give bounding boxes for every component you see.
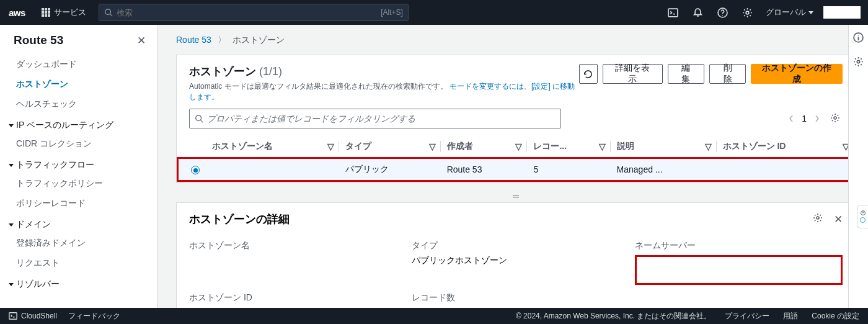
table-row[interactable]: パブリック Route 53 5 Managed ... <box>178 158 854 181</box>
view-button[interactable]: 詳細を表示 <box>603 64 663 84</box>
col-type[interactable]: タイプ▽ <box>339 136 441 158</box>
dock-info-icon[interactable] <box>853 32 864 45</box>
cell-creator: Route 53 <box>441 158 528 181</box>
svg-point-0 <box>105 9 111 15</box>
privacy-link[interactable]: プライバシー <box>725 311 769 322</box>
cloudshell-icon <box>9 312 17 320</box>
svg-rect-16 <box>9 313 17 320</box>
cell-desc: Managed ... <box>611 158 717 181</box>
page-number: 1 <box>802 114 807 124</box>
help-icon[interactable] <box>710 0 735 25</box>
sidebar: Route 53 ✕ ダッシュボード ホストゾーン ヘルスチェック IP ベース… <box>0 25 157 308</box>
panel-subtitle: Automatic モードは最適なフィルタ結果に最適化された現在の検索動作です。… <box>189 81 579 102</box>
close-details-icon[interactable]: ✕ <box>834 213 843 226</box>
prev-page-icon[interactable] <box>788 114 794 123</box>
sidebar-item-cidr[interactable]: CIDR コレクション <box>0 134 157 154</box>
table-settings-icon[interactable] <box>828 110 843 127</box>
svg-line-9 <box>201 120 203 123</box>
chevron-down-icon <box>808 11 813 14</box>
sidebar-item-traffic-policy[interactable]: トラフィックポリシー <box>0 174 157 194</box>
col-name[interactable]: ホストゾーン名▽ <box>206 136 339 158</box>
sort-icon: ▽ <box>327 142 334 151</box>
create-hosted-zone-button[interactable]: ホストゾーンの作成 <box>751 64 843 84</box>
sidebar-group-domains[interactable]: ドメイン <box>0 214 157 233</box>
label-ns: ネームサーバー <box>635 236 843 255</box>
account-menu[interactable] <box>823 6 861 19</box>
next-page-icon[interactable] <box>814 114 820 123</box>
row-select-radio[interactable] <box>191 166 200 174</box>
svg-point-14 <box>858 35 859 35</box>
label-name: ホストゾーン名 <box>189 236 397 285</box>
chevron-down-icon <box>9 164 14 167</box>
footer: CloudShell フィードバック © 2024, Amazon Web Se… <box>0 308 868 324</box>
sidebar-group-ip-routing[interactable]: IP ベースのルーティング <box>0 114 157 134</box>
sidebar-item-policy-record[interactable]: ポリシーレコード <box>0 194 157 214</box>
sort-icon: ▽ <box>429 142 436 151</box>
svg-point-6 <box>722 15 722 16</box>
svg-line-1 <box>110 14 112 17</box>
region-select[interactable]: グローバル <box>760 7 820 18</box>
edit-button[interactable]: 編集 <box>668 64 704 84</box>
breadcrumb-sep: 〉 <box>214 35 230 45</box>
services-label: サービス <box>54 7 86 18</box>
nameservers-box <box>635 255 843 285</box>
cell-type: パブリック <box>339 158 441 181</box>
cell-id <box>717 158 854 181</box>
cloudshell-button[interactable]: CloudShell <box>9 312 57 320</box>
side-widget[interactable] <box>857 205 868 228</box>
terms-link[interactable]: 用語 <box>783 311 798 322</box>
pager: 1 <box>788 110 843 127</box>
col-desc[interactable]: 説明▽ <box>611 136 717 158</box>
feedback-link[interactable]: フィードバック <box>68 311 120 322</box>
breadcrumb: Route 53 〉 ホストゾーン <box>176 35 856 46</box>
sidebar-item-dashboard[interactable]: ダッシュボード <box>0 55 157 74</box>
global-search[interactable]: [Alt+S] <box>99 4 409 21</box>
svg-point-8 <box>196 115 202 121</box>
details-settings-icon[interactable] <box>810 210 825 228</box>
sort-icon: ▽ <box>515 142 522 151</box>
sidebar-item-hosted-zones[interactable]: ホストゾーン <box>0 74 157 94</box>
sidebar-item-health-checks[interactable]: ヘルスチェック <box>0 94 157 114</box>
panel-resize-handle[interactable]: ═ <box>176 190 856 202</box>
breadcrumb-current: ホストゾーン <box>232 35 285 45</box>
settings-icon[interactable] <box>735 0 760 25</box>
col-id[interactable]: ホストゾーン ID▽ <box>717 136 854 158</box>
region-label: グローバル <box>766 7 806 18</box>
sort-icon: ▽ <box>705 142 712 151</box>
chevron-down-icon <box>9 124 14 127</box>
hosted-zones-panel: ホストゾーン (1/1) Automatic モードは最適なフィルタ結果に最適化… <box>176 55 856 182</box>
col-records[interactable]: レコー...▽ <box>527 136 610 158</box>
filter-input[interactable] <box>207 114 556 124</box>
notifications-icon[interactable] <box>685 0 710 25</box>
cloudshell-icon[interactable] <box>660 0 685 25</box>
search-shortcut: [Alt+S] <box>381 8 403 17</box>
grid-icon <box>42 8 50 17</box>
aws-logo[interactable]: aws <box>0 7 34 18</box>
search-icon <box>104 8 113 17</box>
close-sidebar-icon[interactable]: ✕ <box>137 34 146 47</box>
svg-rect-2 <box>668 9 678 17</box>
hosted-zones-table: ホストゾーン名▽ タイプ▽ 作成者▽ レコー...▽ 説明▽ ホストゾーン ID… <box>177 136 855 182</box>
cell-name <box>206 158 339 181</box>
sidebar-item-requests[interactable]: リクエスト <box>0 253 157 273</box>
search-input[interactable] <box>117 8 381 17</box>
svg-point-10 <box>834 117 836 119</box>
content: Route 53 〉 ホストゾーン ホストゾーン (1/1) Automatic… <box>157 25 868 308</box>
col-creator[interactable]: 作成者▽ <box>441 136 528 158</box>
dock-settings-icon[interactable] <box>853 56 864 70</box>
cookies-link[interactable]: Cookie の設定 <box>812 311 859 322</box>
label-records: レコード数 <box>412 289 619 307</box>
sidebar-item-registered-domains[interactable]: 登録済みドメイン <box>0 233 157 253</box>
sidebar-group-resolver[interactable]: リゾルバー <box>0 273 157 293</box>
filter-input-wrapper[interactable] <box>189 109 561 128</box>
chevron-down-icon <box>9 223 14 227</box>
copyright: © 2024, Amazon Web Services, Inc. またはその関… <box>516 311 711 322</box>
sidebar-group-traffic-flow[interactable]: トラフィックフロー <box>0 154 157 174</box>
label-id: ホストゾーン ID <box>189 289 397 307</box>
refresh-button[interactable] <box>579 64 597 84</box>
delete-button[interactable]: 削除 <box>709 64 746 84</box>
services-menu[interactable]: サービス <box>34 0 94 25</box>
right-dock <box>848 25 868 308</box>
breadcrumb-root[interactable]: Route 53 <box>176 35 211 45</box>
details-title: ホストゾーンの詳細 <box>189 212 290 227</box>
